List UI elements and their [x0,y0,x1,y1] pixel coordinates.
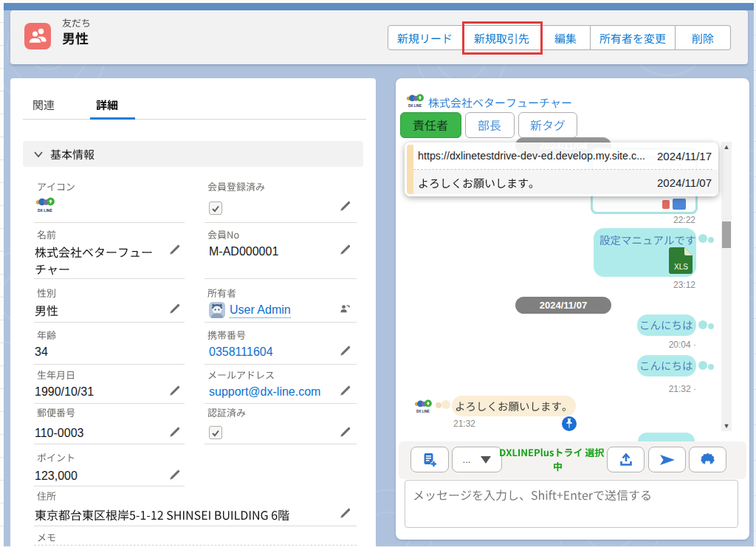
svg-text:XLS: XLS [674,263,688,271]
svg-text:DX LINE: DX LINE [408,104,422,108]
svg-text:DX LINE: DX LINE [38,208,52,213]
svg-text:DX LINE: DX LINE [416,410,430,413]
